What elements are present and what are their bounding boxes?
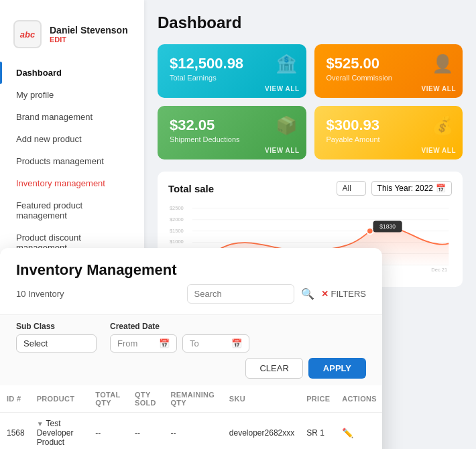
svg-text:Dec 21: Dec 21 [431, 267, 447, 273]
col-header-sku: SKU [223, 385, 300, 413]
col-header-product: PRODUCT [30, 385, 89, 413]
search-button[interactable]: 🔍 [300, 286, 316, 302]
stat-card-overall-commission: $525.00 Overall Commission 👤 VIEW ALL [314, 44, 463, 98]
col-header-price: PRICE [300, 385, 335, 413]
date-to-input[interactable]: To 📅 [182, 334, 249, 352]
col-header-id--: ID # [0, 385, 30, 413]
cell-actions: ✏️ [335, 413, 382, 450]
inventory-search-area: 🔍 ✕ FILTERS [187, 284, 367, 304]
stat-label: Shipment Deductions [170, 135, 294, 143]
apply-button[interactable]: APPLY [308, 358, 366, 379]
sidebar-edit-button[interactable]: EDIT [50, 36, 128, 44]
sidebar-profile: abc Daniel Stevenson EDIT [0, 13, 144, 62]
chevron-icon[interactable]: ▼ [37, 420, 44, 428]
stat-card-shipment-deductions: $32.05 Shipment Deductions 📦 VIEW ALL [158, 106, 306, 159]
table-row: 1568 ▼Test Developer Product -- -- -- de… [0, 413, 382, 450]
inventory-table-wrapper: ID #PRODUCTTOTAL QTYQTY SOLDREMAINING QT… [0, 385, 382, 449]
svg-text:$1500: $1500 [170, 228, 184, 234]
stat-icon: 💰 [432, 115, 453, 136]
stat-icon: 🏦 [276, 54, 297, 74]
clear-button[interactable]: CLEAR [245, 358, 302, 379]
sidebar-item-my-profile[interactable]: My profile [0, 84, 144, 106]
inventory-modal-title: Inventory Management [16, 261, 366, 279]
stat-card-total-earnings: $12,500.98 Total Earnings 🏦 VIEW ALL [158, 44, 306, 98]
calendar-from-icon: 📅 [159, 338, 170, 348]
stat-card-payable-amount: $300.93 Payable Amount 💰 VIEW ALL [314, 106, 463, 159]
inventory-count: 10 Inventory [16, 289, 64, 299]
search-input[interactable] [187, 284, 294, 304]
stat-label: Payable Amount [326, 135, 451, 143]
sidebar-item-products-management[interactable]: Products management [0, 150, 144, 172]
col-header-qty-sold: QTY SOLD [128, 385, 164, 413]
sidebar-item-add-new-product[interactable]: Add new product [0, 128, 144, 150]
stat-view-all[interactable]: VIEW ALL [422, 85, 456, 92]
chart-date-button[interactable]: This Year: 2022 📅 [371, 181, 452, 196]
chart-title: Total sale [168, 183, 214, 194]
svg-text:$2500: $2500 [170, 205, 184, 211]
edit-icon[interactable]: ✏️ [342, 428, 353, 438]
cell-sku: developer2682xxx [223, 413, 300, 450]
calendar-icon: 📅 [436, 184, 446, 193]
cell-qty-sold: -- [128, 413, 164, 450]
sub-class-label: Sub Class [16, 322, 97, 331]
filter-x-icon: ✕ [321, 289, 329, 299]
calendar-to-icon: 📅 [231, 338, 242, 348]
cell-product: ▼Test Developer Product [30, 413, 89, 450]
stat-label: Overall Commission [326, 74, 451, 82]
inventory-modal: Inventory Management 10 Inventory 🔍 ✕ FI… [0, 248, 382, 449]
chart-filter-select[interactable]: All [337, 181, 366, 196]
stat-icon: 📦 [276, 115, 297, 136]
table-body: 1568 ▼Test Developer Product -- -- -- de… [0, 413, 382, 450]
stat-label: Total Earnings [170, 74, 294, 82]
svg-point-16 [367, 228, 373, 234]
cell-total-qty: -- [88, 413, 128, 450]
filter-area: Sub Class Select Created Date From 📅 To … [0, 315, 382, 385]
stat-view-all[interactable]: VIEW ALL [265, 85, 299, 92]
inventory-table: ID #PRODUCTTOTAL QTYQTY SOLDREMAINING QT… [0, 385, 382, 449]
cell-id: 1568 [0, 413, 30, 450]
table-header: ID #PRODUCTTOTAL QTYQTY SOLDREMAINING QT… [0, 385, 382, 413]
sidebar-item-featured-product-management[interactable]: Featured product management [0, 194, 144, 227]
date-from-input[interactable]: From 📅 [110, 334, 177, 352]
sub-class-filter: Sub Class Select [16, 322, 97, 352]
created-date-label: Created Date [110, 322, 249, 331]
stats-grid: $12,500.98 Total Earnings 🏦 VIEW ALL $52… [158, 44, 463, 159]
svg-text:$1000: $1000 [170, 239, 184, 245]
stat-view-all[interactable]: VIEW ALL [422, 147, 456, 154]
created-date-filter: Created Date From 📅 To 📅 [110, 322, 249, 352]
stat-icon: 👤 [432, 54, 453, 74]
col-header-total-qty: TOTAL QTY [88, 385, 128, 413]
sidebar-user-name: Daniel Stevenson [50, 25, 128, 36]
svg-text:$1830: $1830 [379, 223, 396, 230]
page-title: Dashboard [158, 13, 463, 32]
svg-text:$2000: $2000 [170, 216, 184, 222]
filters-button[interactable]: ✕ FILTERS [321, 289, 367, 299]
chart-controls: All This Year: 2022 📅 [337, 181, 452, 196]
col-header-actions: ACTIONS [335, 385, 382, 413]
col-header-remaining-qty: REMAINING QTY [164, 385, 222, 413]
sidebar-logo: abc [13, 20, 42, 48]
sidebar-item-brand-management[interactable]: Brand management [0, 106, 144, 128]
stat-view-all[interactable]: VIEW ALL [265, 147, 299, 154]
cell-remaining-qty: -- [164, 413, 222, 450]
sidebar-item-dashboard[interactable]: Dashboard [0, 62, 144, 84]
cell-price: SR 1 [300, 413, 335, 450]
sidebar-item-inventory-management[interactable]: Inventory management [0, 172, 144, 194]
sub-class-select[interactable]: Select [16, 334, 97, 352]
